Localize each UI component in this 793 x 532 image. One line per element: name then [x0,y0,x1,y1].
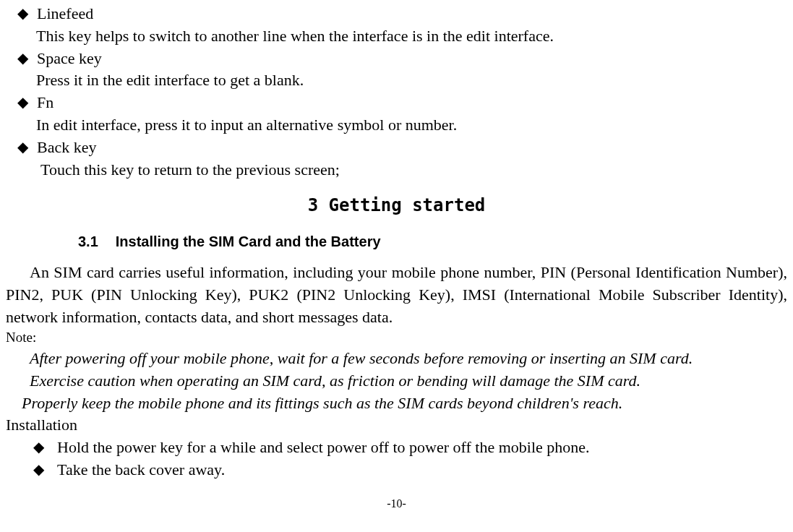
note-line-1: After powering off your mobile phone, wa… [30,348,787,370]
diamond-icon: ◆ [33,459,44,479]
diamond-icon: ◆ [33,437,44,457]
diamond-icon: ◆ [17,48,28,68]
install-bullet-1: ◆ Hold the power key for a while and sel… [33,437,787,459]
bullet-title: Linefeed [37,3,787,25]
note-line-2: Exercise caution when operating an SIM c… [30,370,787,392]
bullet-title: Fn [37,92,787,114]
installation-label: Installation [6,414,787,437]
page-number: -10- [6,496,787,512]
subsection-heading: 3.1Installing the SIM Card and the Batte… [78,231,787,252]
install-bullet-2: ◆ Take the back cover away. [33,459,787,481]
bullet-title: Space key [37,48,787,70]
bullet-fn: ◆ Fn [17,92,787,114]
bullet-title: Back key [37,137,787,159]
subsection-title: Installing the SIM Card and the Battery [116,233,381,249]
subsection-number: 3.1 [78,233,98,249]
bullet-back: ◆ Back key [17,137,787,159]
bullet-space: ◆ Space key [17,48,787,70]
bullet-desc: This key helps to switch to another line… [36,25,787,48]
diamond-icon: ◆ [17,92,28,112]
bullet-linefeed: ◆ Linefeed [17,3,787,25]
bullet-desc: Press it in the edit interface to get a … [36,69,787,92]
note-label: Note: [6,328,787,348]
bullet-desc: Touch this key to return to the previous… [40,159,787,181]
bullet-desc: In edit interface, press it to input an … [36,114,787,137]
diamond-icon: ◆ [17,3,28,23]
diamond-icon: ◆ [17,137,28,157]
note-line-3: Properly keep the mobile phone and its f… [22,392,787,415]
install-text: Take the back cover away. [57,459,225,481]
body-paragraph: An SIM card carries useful information, … [6,262,787,328]
install-text: Hold the power key for a while and selec… [57,437,590,459]
section-heading: 3 Getting started [6,194,787,218]
